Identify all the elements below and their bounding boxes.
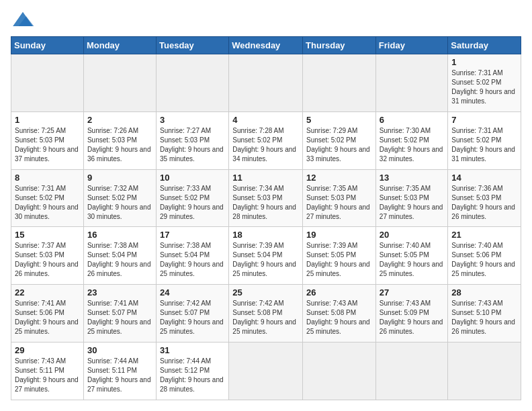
day-info: Sunrise: 7:34 AM Sunset: 5:03 PM Dayligh… bbox=[232, 184, 299, 222]
sunset-label: Sunset: 5:05 PM bbox=[306, 251, 356, 259]
calendar-week-2: 8 Sunrise: 7:31 AM Sunset: 5:02 PM Dayli… bbox=[11, 169, 521, 227]
day-number: 26 bbox=[306, 287, 372, 298]
calendar-week-1: 1 Sunrise: 7:25 AM Sunset: 5:03 PM Dayli… bbox=[11, 111, 521, 169]
sunrise-label: Sunrise: 7:32 AM bbox=[87, 185, 138, 192]
calendar-cell: 20 Sunrise: 7:40 AM Sunset: 5:05 PM Dayl… bbox=[375, 227, 448, 285]
sunset-label: Sunset: 5:07 PM bbox=[160, 309, 210, 316]
daylight-label: Daylight: 9 hours and 29 minutes. bbox=[160, 203, 224, 220]
calendar-cell: 21 Sunrise: 7:40 AM Sunset: 5:06 PM Dayl… bbox=[448, 227, 521, 285]
daylight-label: Daylight: 9 hours and 25 minutes. bbox=[160, 261, 224, 277]
daylight-label: Daylight: 9 hours and 27 minutes. bbox=[306, 203, 370, 220]
sunrise-label: Sunrise: 7:38 AM bbox=[160, 242, 211, 249]
sunset-label: Sunset: 5:08 PM bbox=[232, 309, 282, 316]
sunrise-label: Sunrise: 7:34 AM bbox=[232, 185, 283, 192]
day-info: Sunrise: 7:38 AM Sunset: 5:04 PM Dayligh… bbox=[160, 241, 225, 279]
weekday-friday: Friday bbox=[375, 37, 448, 54]
sunset-label: Sunset: 5:12 PM bbox=[160, 367, 210, 374]
daylight-label: Daylight: 9 hours and 31 minutes. bbox=[451, 88, 515, 105]
day-number: 18 bbox=[232, 230, 299, 240]
weekday-monday: Monday bbox=[83, 37, 156, 54]
daylight-label: Daylight: 9 hours and 25 minutes. bbox=[451, 261, 515, 277]
sunrise-label: Sunrise: 7:26 AM bbox=[87, 127, 138, 134]
sunset-label: Sunset: 5:06 PM bbox=[451, 251, 501, 259]
weekday-saturday: Saturday bbox=[448, 37, 521, 54]
day-number: 1 bbox=[451, 57, 517, 67]
sunrise-label: Sunrise: 7:35 AM bbox=[306, 185, 357, 192]
day-number: 17 bbox=[160, 230, 225, 240]
sunrise-label: Sunrise: 7:35 AM bbox=[380, 185, 431, 192]
day-info: Sunrise: 7:43 AM Sunset: 5:09 PM Dayligh… bbox=[380, 299, 445, 336]
calendar-cell: 22 Sunrise: 7:41 AM Sunset: 5:06 PM Dayl… bbox=[11, 285, 84, 342]
sunrise-label: Sunrise: 7:40 AM bbox=[380, 242, 431, 249]
calendar-week-3: 15 Sunrise: 7:37 AM Sunset: 5:03 PM Dayl… bbox=[11, 227, 521, 285]
daylight-label: Daylight: 9 hours and 25 minutes. bbox=[306, 261, 370, 277]
day-info: Sunrise: 7:26 AM Sunset: 5:03 PM Dayligh… bbox=[87, 126, 152, 164]
daylight-label: Daylight: 9 hours and 25 minutes. bbox=[232, 318, 296, 335]
day-number: 4 bbox=[232, 115, 299, 125]
calendar-body: 1 Sunrise: 7:31 AM Sunset: 5:02 PM Dayli… bbox=[11, 54, 521, 400]
daylight-label: Daylight: 9 hours and 27 minutes. bbox=[87, 376, 151, 393]
day-info: Sunrise: 7:28 AM Sunset: 5:02 PM Dayligh… bbox=[232, 126, 299, 164]
day-number: 21 bbox=[451, 230, 517, 240]
calendar-cell: 8 Sunrise: 7:31 AM Sunset: 5:02 PM Dayli… bbox=[11, 169, 84, 227]
daylight-label: Daylight: 9 hours and 35 minutes. bbox=[160, 146, 224, 163]
sunrise-label: Sunrise: 7:25 AM bbox=[15, 127, 66, 134]
day-info: Sunrise: 7:41 AM Sunset: 5:06 PM Dayligh… bbox=[15, 299, 80, 336]
daylight-label: Daylight: 9 hours and 30 minutes. bbox=[87, 203, 151, 220]
sunrise-label: Sunrise: 7:44 AM bbox=[87, 357, 138, 365]
daylight-label: Daylight: 9 hours and 31 minutes. bbox=[451, 146, 515, 163]
daylight-label: Daylight: 9 hours and 26 minutes. bbox=[87, 261, 151, 277]
day-number: 30 bbox=[87, 345, 152, 355]
sunset-label: Sunset: 5:11 PM bbox=[15, 367, 64, 374]
day-info: Sunrise: 7:39 AM Sunset: 5:04 PM Dayligh… bbox=[232, 241, 299, 279]
day-info: Sunrise: 7:38 AM Sunset: 5:04 PM Dayligh… bbox=[87, 241, 152, 279]
calendar-cell: 23 Sunrise: 7:41 AM Sunset: 5:07 PM Dayl… bbox=[83, 285, 156, 342]
calendar-cell: 13 Sunrise: 7:35 AM Sunset: 5:03 PM Dayl… bbox=[375, 169, 448, 227]
daylight-label: Daylight: 9 hours and 28 minutes. bbox=[160, 376, 224, 393]
day-number: 7 bbox=[451, 115, 517, 125]
day-number: 9 bbox=[87, 173, 152, 183]
calendar-cell: 30 Sunrise: 7:44 AM Sunset: 5:11 PM Dayl… bbox=[83, 342, 156, 400]
calendar-cell: 2 Sunrise: 7:26 AM Sunset: 5:03 PM Dayli… bbox=[83, 111, 156, 169]
calendar-cell: 29 Sunrise: 7:43 AM Sunset: 5:11 PM Dayl… bbox=[11, 342, 84, 400]
daylight-label: Daylight: 9 hours and 32 minutes. bbox=[380, 146, 443, 163]
day-number: 29 bbox=[15, 345, 80, 355]
calendar-cell bbox=[229, 54, 303, 112]
sunrise-label: Sunrise: 7:27 AM bbox=[160, 127, 211, 134]
day-number: 19 bbox=[306, 230, 372, 240]
day-number: 12 bbox=[306, 173, 372, 183]
calendar-cell: 31 Sunrise: 7:44 AM Sunset: 5:12 PM Dayl… bbox=[157, 342, 229, 400]
daylight-label: Daylight: 9 hours and 25 minutes. bbox=[232, 261, 296, 277]
calendar-cell: 10 Sunrise: 7:33 AM Sunset: 5:02 PM Dayl… bbox=[157, 169, 229, 227]
daylight-label: Daylight: 9 hours and 25 minutes. bbox=[380, 261, 443, 277]
day-number: 15 bbox=[15, 230, 80, 240]
daylight-label: Daylight: 9 hours and 27 minutes. bbox=[15, 376, 79, 393]
day-info: Sunrise: 7:31 AM Sunset: 5:02 PM Dayligh… bbox=[15, 184, 80, 222]
day-info: Sunrise: 7:35 AM Sunset: 5:03 PM Dayligh… bbox=[380, 184, 445, 222]
daylight-label: Daylight: 9 hours and 25 minutes. bbox=[306, 318, 370, 335]
calendar-cell bbox=[157, 54, 229, 112]
weekday-tuesday: Tuesday bbox=[157, 37, 229, 54]
sunrise-label: Sunrise: 7:37 AM bbox=[15, 242, 66, 249]
calendar-cell: 26 Sunrise: 7:43 AM Sunset: 5:08 PM Dayl… bbox=[303, 285, 376, 342]
sunset-label: Sunset: 5:10 PM bbox=[451, 309, 501, 316]
sunset-label: Sunset: 5:02 PM bbox=[160, 194, 210, 201]
calendar-table: SundayMondayTuesdayWednesdayThursdayFrid… bbox=[11, 36, 521, 400]
day-number: 27 bbox=[380, 287, 445, 298]
calendar-week-0: 1 Sunrise: 7:31 AM Sunset: 5:02 PM Dayli… bbox=[11, 54, 521, 112]
logo bbox=[11, 11, 36, 30]
weekday-header-row: SundayMondayTuesdayWednesdayThursdayFrid… bbox=[11, 37, 521, 54]
sunset-label: Sunset: 5:02 PM bbox=[451, 79, 501, 86]
sunset-label: Sunset: 5:02 PM bbox=[232, 136, 282, 144]
calendar-cell: 17 Sunrise: 7:38 AM Sunset: 5:04 PM Dayl… bbox=[157, 227, 229, 285]
sunset-label: Sunset: 5:04 PM bbox=[160, 251, 210, 259]
calendar-cell: 19 Sunrise: 7:39 AM Sunset: 5:05 PM Dayl… bbox=[303, 227, 376, 285]
day-info: Sunrise: 7:35 AM Sunset: 5:03 PM Dayligh… bbox=[306, 184, 372, 222]
calendar-cell: 27 Sunrise: 7:43 AM Sunset: 5:09 PM Dayl… bbox=[375, 285, 448, 342]
day-number: 2 bbox=[87, 115, 152, 125]
day-info: Sunrise: 7:31 AM Sunset: 5:02 PM Dayligh… bbox=[451, 68, 517, 106]
calendar-cell bbox=[229, 342, 303, 400]
calendar-cell bbox=[375, 54, 448, 112]
calendar-week-4: 22 Sunrise: 7:41 AM Sunset: 5:06 PM Dayl… bbox=[11, 285, 521, 342]
logo-icon bbox=[11, 11, 35, 30]
